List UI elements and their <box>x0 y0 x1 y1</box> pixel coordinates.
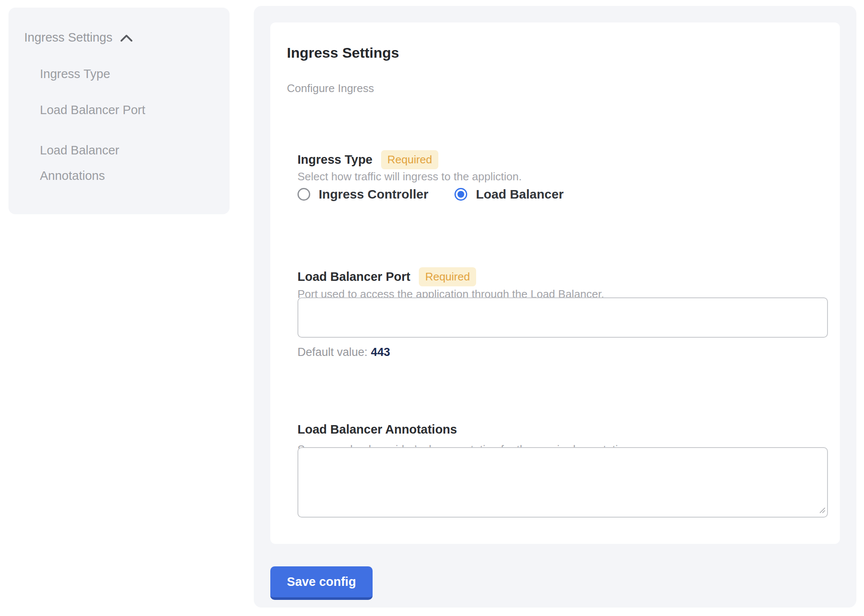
radio-option-load-balancer[interactable]: Load Balancer <box>454 187 564 202</box>
required-badge: Required <box>381 150 439 169</box>
page-subtitle: Configure Ingress <box>287 82 374 95</box>
nav-item-ingress-type[interactable]: Ingress Type <box>40 65 180 82</box>
ingress-type-radio-group: Ingress Controller Load Balancer <box>297 187 564 202</box>
load-balancer-annotations-heading: Load Balancer Annotations <box>297 423 457 437</box>
ingress-type-description: Select how traffic will ingress to the a… <box>297 170 522 183</box>
page-title: Ingress Settings <box>287 45 399 61</box>
radio-ingress-controller[interactable] <box>297 188 310 201</box>
radio-label-ingress-controller: Ingress Controller <box>319 187 428 202</box>
nav-section-label: Ingress Settings <box>24 30 112 45</box>
load-balancer-port-input[interactable] <box>297 297 828 338</box>
default-value: 443 <box>371 346 390 358</box>
default-value-label: Default value: <box>297 346 367 358</box>
radio-load-balancer[interactable] <box>454 188 467 201</box>
radio-option-ingress-controller[interactable]: Ingress Controller <box>297 187 428 202</box>
radio-label-load-balancer: Load Balancer <box>476 187 564 202</box>
nav-item-load-balancer-port[interactable]: Load Balancer Port <box>40 101 180 118</box>
nav-section-ingress-settings[interactable]: Ingress Settings <box>24 30 217 45</box>
nav-items: Ingress Type Load Balancer Port Load Bal… <box>40 65 217 188</box>
ingress-settings-card: Ingress Settings Configure Ingress Ingre… <box>270 22 840 544</box>
load-balancer-port-heading: Load Balancer Port Required <box>297 267 476 286</box>
ingress-type-label: Ingress Type <box>297 153 373 167</box>
nav-item-load-balancer-annotations[interactable]: Load Balancer Annotations <box>40 137 180 188</box>
ingress-type-heading: Ingress Type Required <box>297 150 438 169</box>
load-balancer-annotations-label: Load Balancer Annotations <box>297 423 457 437</box>
required-badge: Required <box>419 267 477 286</box>
default-value-line: Default value:443 <box>297 346 390 359</box>
load-balancer-port-label: Load Balancer Port <box>297 270 410 284</box>
load-balancer-annotations-textarea[interactable] <box>297 447 828 518</box>
chevron-up-icon <box>119 33 134 43</box>
main-panel: Ingress Settings Configure Ingress Ingre… <box>254 6 856 608</box>
save-config-button[interactable]: Save config <box>270 566 373 600</box>
settings-nav: Ingress Settings Ingress Type Load Balan… <box>8 8 230 214</box>
annotations-textarea-wrap <box>297 447 828 518</box>
